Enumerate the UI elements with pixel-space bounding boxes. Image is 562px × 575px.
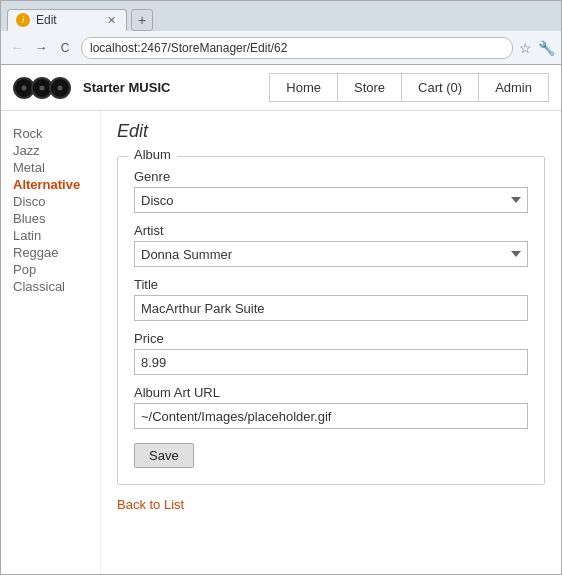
sidebar: Rock Jazz Metal Alternative Disco Blues … <box>1 111 101 574</box>
sidebar-item-alternative[interactable]: Alternative <box>13 176 88 193</box>
sidebar-item-classical[interactable]: Classical <box>13 278 88 295</box>
top-nav: Starter MUSIC Home Store Cart (0) Admin <box>1 65 561 111</box>
nav-cart[interactable]: Cart (0) <box>401 73 478 102</box>
nav-links: Home Store Cart (0) Admin <box>269 73 549 102</box>
logo-discs <box>13 77 71 99</box>
save-button[interactable]: Save <box>134 443 194 468</box>
title-group: Title <box>134 277 528 321</box>
price-label: Price <box>134 331 528 346</box>
genre-group: Genre Disco Rock Jazz Metal Alternative … <box>134 169 528 213</box>
new-tab-button[interactable]: + <box>131 9 153 31</box>
nav-store[interactable]: Store <box>337 73 401 102</box>
price-group: Price <box>134 331 528 375</box>
nav-admin[interactable]: Admin <box>478 73 549 102</box>
title-input[interactable] <box>134 295 528 321</box>
price-input[interactable] <box>134 349 528 375</box>
disc-3 <box>49 77 71 99</box>
sidebar-item-disco[interactable]: Disco <box>13 193 88 210</box>
genre-label: Genre <box>134 169 528 184</box>
artist-label: Artist <box>134 223 528 238</box>
album-legend: Album <box>128 147 177 162</box>
sidebar-item-pop[interactable]: Pop <box>13 261 88 278</box>
active-tab[interactable]: i Edit ✕ <box>7 9 127 31</box>
title-label: Title <box>134 277 528 292</box>
site-logo: Starter MUSIC <box>13 77 170 99</box>
art-url-input[interactable] <box>134 403 528 429</box>
sidebar-item-blues[interactable]: Blues <box>13 210 88 227</box>
tab-favicon: i <box>16 13 30 27</box>
genre-select[interactable]: Disco Rock Jazz Metal Alternative Blues … <box>134 187 528 213</box>
back-button[interactable]: ← <box>7 38 27 58</box>
sidebar-item-rock[interactable]: Rock <box>13 125 88 142</box>
address-input[interactable] <box>81 37 513 59</box>
artist-select[interactable]: Donna Summer Led Zeppelin AC/DC <box>134 241 528 267</box>
page-heading: Edit <box>117 121 545 142</box>
back-to-list-link[interactable]: Back to List <box>117 497 545 512</box>
sidebar-item-latin[interactable]: Latin <box>13 227 88 244</box>
art-url-label: Album Art URL <box>134 385 528 400</box>
tab-label: Edit <box>36 13 57 27</box>
tab-bar: i Edit ✕ + <box>1 1 561 31</box>
tab-close-button[interactable]: ✕ <box>107 14 116 27</box>
main-layout: Rock Jazz Metal Alternative Disco Blues … <box>1 111 561 574</box>
sidebar-item-metal[interactable]: Metal <box>13 159 88 176</box>
sidebar-item-reggae[interactable]: Reggae <box>13 244 88 261</box>
artist-group: Artist Donna Summer Led Zeppelin AC/DC <box>134 223 528 267</box>
sidebar-item-jazz[interactable]: Jazz <box>13 142 88 159</box>
address-bar: ← → C ☆ 🔧 <box>1 31 561 65</box>
page-content: Starter MUSIC Home Store Cart (0) Admin … <box>1 65 561 574</box>
bookmark-star-icon[interactable]: ☆ <box>519 40 532 56</box>
browser-window: i Edit ✕ + ← → C ☆ 🔧 Starter MUSIC <box>0 0 562 575</box>
refresh-button[interactable]: C <box>55 38 75 58</box>
art-url-group: Album Art URL <box>134 385 528 429</box>
album-form-box: Album Genre Disco Rock Jazz Metal Altern… <box>117 156 545 485</box>
nav-home[interactable]: Home <box>269 73 337 102</box>
forward-button[interactable]: → <box>31 38 51 58</box>
wrench-icon[interactable]: 🔧 <box>538 40 555 56</box>
site-title: Starter MUSIC <box>83 80 170 95</box>
content-area: Edit Album Genre Disco Rock Jazz Metal A… <box>101 111 561 574</box>
